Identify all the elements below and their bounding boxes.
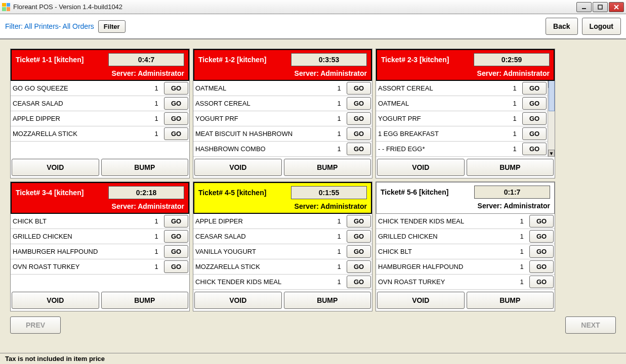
go-button[interactable]: GO: [347, 245, 371, 258]
minimize-button[interactable]: [576, 2, 592, 12]
item-name: CHICK BLT: [13, 217, 149, 225]
go-button[interactable]: GO: [347, 143, 371, 155]
bump-button[interactable]: BUMP: [467, 292, 554, 309]
go-button[interactable]: GO: [164, 260, 188, 273]
go-button[interactable]: GO: [522, 143, 547, 155]
next-button[interactable]: NEXT: [565, 316, 616, 334]
scroll-down-icon[interactable]: ▼: [548, 150, 555, 157]
void-button[interactable]: VOID: [377, 292, 465, 309]
void-button[interactable]: VOID: [194, 292, 282, 309]
go-button[interactable]: GO: [347, 230, 371, 243]
go-button[interactable]: GO: [522, 97, 547, 110]
item-name: CHICK TENDER KIDS MEAL: [378, 217, 514, 225]
go-button[interactable]: GO: [522, 112, 547, 125]
item-name: VANILLA YOUGURT: [195, 248, 331, 255]
ticket-header: Ticket# 5-6 [kitchen]0:1:7Server: Admini…: [376, 182, 555, 214]
go-button[interactable]: GO: [164, 112, 188, 125]
item-name: ASSORT CEREAL: [195, 100, 331, 107]
void-button[interactable]: VOID: [377, 159, 465, 176]
go-button[interactable]: GO: [522, 82, 547, 95]
item-row: YOGURT PRF1GO: [193, 111, 372, 126]
item-row: 1 EGG BREAKFAST1GO: [376, 126, 548, 142]
ticket-title: Ticket# 1-1 [kitchen]: [16, 56, 84, 64]
scrollbar[interactable]: ▲▼: [548, 81, 555, 157]
go-button[interactable]: GO: [347, 97, 371, 110]
item-qty: 1: [149, 115, 164, 122]
go-button[interactable]: GO: [529, 276, 554, 288]
go-button[interactable]: GO: [347, 127, 371, 140]
item-qty: 1: [507, 145, 522, 153]
void-button[interactable]: VOID: [12, 292, 99, 309]
go-button[interactable]: GO: [164, 97, 188, 110]
go-button[interactable]: GO: [529, 260, 554, 273]
item-name: 1 EGG BREAKFAST: [378, 130, 507, 138]
go-button[interactable]: GO: [347, 260, 371, 273]
go-button[interactable]: GO: [164, 127, 188, 140]
ticket-footer: VOIDBUMP: [11, 157, 189, 178]
item-name: OVN ROAST TURKEY: [378, 278, 514, 286]
ticket-title: Ticket# 1-2 [kitchen]: [198, 56, 266, 64]
item-name: MEAT BISCUIT N HASHBROWN: [195, 130, 331, 138]
item-name: APPLE DIPPER: [13, 115, 149, 122]
ticket-footer: VOIDBUMP: [193, 157, 372, 178]
item-name: YOGURT PRF: [378, 115, 507, 122]
back-button[interactable]: Back: [546, 18, 577, 35]
item-qty: 1: [149, 100, 164, 107]
item-name: OVN ROAST TURKEY: [13, 263, 149, 270]
void-button[interactable]: VOID: [194, 159, 282, 176]
ticket-server: Server: Administrator: [198, 69, 367, 77]
bump-button[interactable]: BUMP: [467, 159, 554, 176]
item-qty: 1: [331, 263, 347, 270]
item-name: CEASAR SALAD: [13, 100, 149, 107]
item-row: MEAT BISCUIT N HASHBROWN1GO: [193, 126, 372, 142]
void-button[interactable]: VOID: [12, 159, 99, 176]
filter-label: Filter: All Printers- All Orders: [5, 22, 94, 30]
ticket-card: Ticket# 2-3 [kitchen]0:2:59Server: Admin…: [375, 49, 555, 178]
item-name: - - FRIED EGG*: [378, 145, 507, 153]
item-row: MOZZARELLA STICK1GO: [193, 259, 372, 275]
item-name: CHICK BLT: [378, 248, 514, 255]
prev-button[interactable]: PREV: [10, 316, 61, 334]
ticket-footer: VOIDBUMP: [376, 290, 555, 311]
go-button[interactable]: GO: [347, 276, 371, 288]
item-row: GO GO SQUEEZE1GO: [11, 81, 189, 96]
go-button[interactable]: GO: [529, 215, 554, 228]
item-name: MOZZARELLA STICK: [195, 263, 331, 270]
go-button[interactable]: GO: [347, 112, 371, 125]
item-qty: 1: [149, 263, 164, 270]
ticket-items: CHICK TENDER KIDS MEAL1GOGRILLED CHICKEN…: [376, 214, 555, 290]
ticket-title: Ticket# 4-5 [kitchen]: [198, 189, 266, 197]
close-button[interactable]: [609, 2, 624, 12]
filter-button[interactable]: Filter: [98, 20, 126, 33]
ticket-server: Server: Administrator: [381, 202, 550, 210]
bump-button[interactable]: BUMP: [101, 159, 189, 176]
go-button[interactable]: GO: [347, 82, 371, 95]
go-button[interactable]: GO: [164, 215, 188, 228]
item-name: GRILLED CHICKEN: [378, 233, 514, 240]
bump-button[interactable]: BUMP: [284, 159, 371, 176]
bump-button[interactable]: BUMP: [101, 292, 189, 309]
go-button[interactable]: GO: [164, 245, 188, 258]
item-row: ASSORT CEREAL1GO: [193, 96, 372, 111]
ticket-timer: 0:2:18: [108, 186, 184, 199]
go-button[interactable]: GO: [347, 215, 371, 228]
bump-button[interactable]: BUMP: [284, 292, 371, 309]
ticket-title: Ticket# 5-6 [kitchen]: [381, 188, 448, 196]
statusbar: Tax is not included in item price: [0, 353, 626, 364]
item-name: GO GO SQUEEZE: [13, 84, 149, 92]
scrollbar-thumb[interactable]: [549, 81, 555, 111]
item-row: GRILLED CHICKEN1GO: [11, 229, 189, 244]
window-title: Floreant POS - Version 1.4-build1042: [13, 3, 122, 11]
item-qty: 1: [149, 84, 164, 92]
go-button[interactable]: GO: [529, 230, 554, 243]
ticket-items: GO GO SQUEEZE1GOCEASAR SALAD1GOAPPLE DIP…: [11, 81, 189, 157]
item-qty: 1: [331, 278, 347, 286]
item-row: OATMEAL1GO: [193, 81, 372, 96]
logout-button[interactable]: Logout: [582, 18, 621, 35]
go-button[interactable]: GO: [164, 82, 188, 95]
maximize-button[interactable]: [593, 2, 608, 12]
go-button[interactable]: GO: [522, 127, 547, 140]
go-button[interactable]: GO: [529, 245, 554, 258]
ticket-card: Ticket# 4-5 [kitchen]0:1:55Server: Admin…: [193, 181, 372, 311]
go-button[interactable]: GO: [164, 230, 188, 243]
